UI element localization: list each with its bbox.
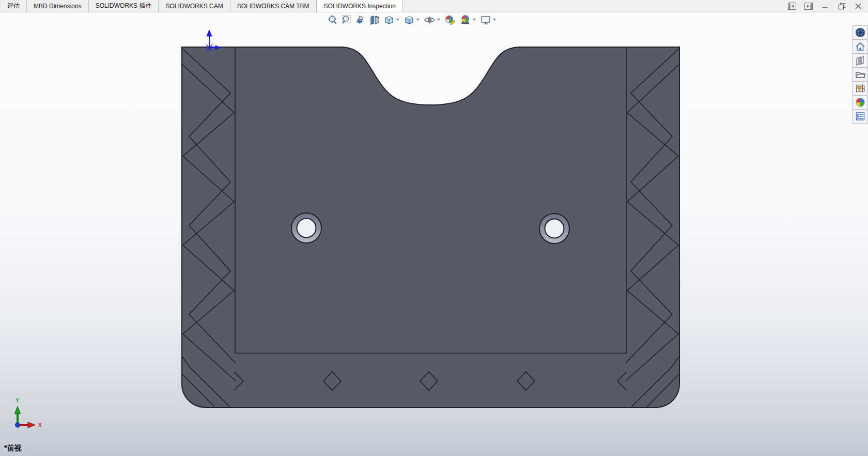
zoom-to-fit-button[interactable] xyxy=(326,13,339,26)
view-orientation-icon xyxy=(383,14,395,25)
previous-view-button[interactable] xyxy=(353,13,367,26)
tab-solidworks-cam[interactable]: SOLIDWORKS CAM xyxy=(159,0,230,12)
view-name-label: *前视 xyxy=(4,444,21,453)
graphics-viewport[interactable]: Y X *前视 xyxy=(0,12,868,456)
minimize-icon[interactable] xyxy=(820,2,830,11)
orientation-triad: Y X xyxy=(2,393,49,433)
tab-evaluate[interactable]: 评估 xyxy=(0,0,27,12)
triad-x-label: X xyxy=(38,422,42,428)
view-settings-button[interactable] xyxy=(478,13,499,26)
section-view-button[interactable] xyxy=(367,13,382,26)
collapse-pane-left-icon[interactable] xyxy=(787,2,797,11)
hole-right[interactable] xyxy=(539,214,569,244)
tab-solidworks-cam-tbm[interactable]: SOLIDWORKS CAM TBM xyxy=(230,0,317,12)
display-style-icon xyxy=(404,14,415,25)
file-explorer-icon[interactable] xyxy=(853,67,867,82)
tab-label: MBD Dimensions xyxy=(34,3,82,10)
zoom-to-area-icon xyxy=(341,14,352,25)
display-style-button[interactable] xyxy=(402,13,422,26)
zoom-to-area-button[interactable] xyxy=(339,13,353,26)
close-icon[interactable] xyxy=(854,2,863,11)
solidworks-resources-home-icon[interactable] xyxy=(853,39,867,54)
hide-show-items-button[interactable] xyxy=(422,13,443,26)
custom-properties-icon[interactable] xyxy=(853,109,867,124)
commandmanager-tab-bar: 评估 MBD Dimensions SOLIDWORKS 插件 SOLIDWOR… xyxy=(0,0,868,12)
apply-scene-dropdown-icon[interactable] xyxy=(473,19,476,21)
tab-solidworks-inspection[interactable]: SOLIDWORKS Inspection xyxy=(317,0,403,12)
display-style-dropdown-icon[interactable] xyxy=(416,19,420,21)
tab-label: SOLIDWORKS CAM xyxy=(165,3,223,10)
part-model[interactable] xyxy=(0,0,868,456)
section-view-icon xyxy=(369,14,380,25)
edit-appearance-icon xyxy=(444,14,456,25)
apply-scene-button[interactable] xyxy=(458,13,478,26)
tab-label: SOLIDWORKS Inspection xyxy=(324,3,396,10)
view-orientation-button[interactable] xyxy=(382,13,402,26)
apply-scene-icon xyxy=(459,14,471,25)
view-settings-icon xyxy=(480,14,491,25)
collapse-pane-right-icon[interactable] xyxy=(804,2,813,11)
hide-show-items-dropdown-icon[interactable] xyxy=(437,19,440,21)
heads-up-view-toolbar xyxy=(326,13,499,26)
tab-label: SOLIDWORKS 插件 xyxy=(96,2,152,10)
view-palette-icon[interactable] xyxy=(853,81,867,96)
restore-icon[interactable] xyxy=(837,2,846,11)
view-settings-dropdown-icon[interactable] xyxy=(493,19,496,21)
tab-label: 评估 xyxy=(7,2,20,10)
solidworks-window: 评估 MBD Dimensions SOLIDWORKS 插件 SOLIDWOR… xyxy=(0,0,868,456)
triad-y-label: Y xyxy=(16,397,20,403)
tab-solidworks-addins[interactable]: SOLIDWORKS 插件 xyxy=(89,0,159,12)
task-pane-tabs xyxy=(853,26,867,124)
3dexperience-globe-icon[interactable] xyxy=(853,25,867,40)
view-orientation-dropdown-icon[interactable] xyxy=(396,19,399,21)
hide-show-items-icon xyxy=(424,14,436,25)
appearances-scenes-icon[interactable] xyxy=(853,95,867,110)
tab-mbd-dimensions[interactable]: MBD Dimensions xyxy=(27,0,89,12)
previous-view-icon xyxy=(355,14,366,25)
window-controls xyxy=(787,0,863,12)
edit-appearance-button[interactable] xyxy=(443,13,458,26)
hole-left[interactable] xyxy=(291,213,321,243)
design-library-icon[interactable] xyxy=(853,53,867,68)
tab-label: SOLIDWORKS CAM TBM xyxy=(237,3,309,10)
zoom-to-fit-icon xyxy=(327,14,338,25)
